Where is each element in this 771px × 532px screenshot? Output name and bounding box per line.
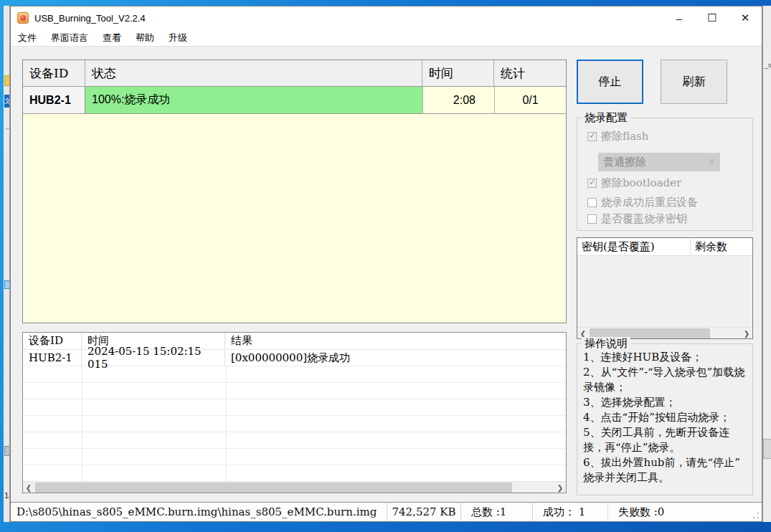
translate-icon: 文 — [4, 95, 10, 108]
status-bar: D:\s805\hinas_s805_eMMC.burn.img\hinas_s… — [11, 502, 762, 521]
background-window-right-sliver: _s — [762, 6, 771, 522]
log-table-empty-area — [23, 366, 566, 481]
column-header-key: 密钥(是否覆盖) — [577, 238, 691, 255]
clipped-panel — [763, 439, 771, 459]
grid-line — [23, 399, 566, 399]
column-header-status: 状态 — [85, 60, 422, 86]
erase-bootloader-label: 擦除bootloader — [601, 176, 681, 190]
image-path: D:\s805\hinas_s805_eMMC.burn.img\hinas_s… — [11, 503, 387, 521]
stats-cell: 0/1 — [494, 87, 566, 113]
menu-file[interactable]: 文件 — [11, 30, 44, 46]
window-title: USB_Burning_Tool_V2.2.4 — [34, 13, 146, 24]
instructions-group: 操作说明 1、连接好HUB及设备； 2、从“文件”-“导入烧录包”加载烧录镜像；… — [577, 343, 753, 495]
grid-line — [226, 366, 227, 481]
device-table-header: 设备ID 状态 时间 统计 — [23, 60, 566, 87]
device-id-cell: HUB2-1 — [23, 87, 85, 113]
overwrite-key-checkbox[interactable]: 是否覆盖烧录密钥 — [587, 212, 687, 226]
window-controls: – ☐ ✕ — [663, 6, 762, 29]
resize-grip[interactable] — [752, 512, 760, 519]
key-table: 密钥(是否覆盖) 剩余数 ❮ ❯ — [577, 237, 753, 339]
menu-help[interactable]: 帮助 — [128, 30, 161, 46]
key-table-header: 密钥(是否覆盖) 剩余数 — [577, 238, 752, 256]
reboot-after-label: 烧录成功后重启设备 — [601, 196, 698, 209]
key-table-body — [577, 256, 752, 327]
erase-flash-checkbox[interactable]: 擦除flash — [587, 130, 648, 143]
failed-count: 失败数 :0 — [608, 503, 762, 521]
result-log-table: 设备ID 时间 结果 HUB2-1 2024-05-15 15:02:15 01… — [22, 332, 567, 493]
grid-line — [23, 465, 566, 465]
erase-flash-label: 擦除flash — [601, 130, 648, 143]
monitor-icon — [4, 280, 10, 289]
device-progress-table: 设备ID 状态 时间 统计 HUB2-1 100%:烧录成功 2:08 0/1 — [22, 60, 567, 323]
log-row[interactable]: HUB2-1 2024-05-15 15:02:15 015 [0x000000… — [23, 350, 566, 366]
scroll-right-icon[interactable]: ❯ — [554, 482, 566, 493]
monitor-icon — [4, 446, 10, 456]
scroll-right-icon[interactable]: ❯ — [741, 328, 752, 339]
divider — [11, 46, 762, 47]
grid-line — [23, 415, 566, 416]
grid-line — [23, 448, 566, 449]
erase-bootloader-checkbox[interactable]: 擦除bootloader — [587, 176, 681, 190]
burn-progress-cell: 100%:烧录成功 — [85, 87, 422, 113]
maximize-button[interactable]: ☐ — [696, 6, 729, 29]
column-header-result: 结果 — [225, 333, 566, 349]
column-header-remaining: 剩余数 — [691, 238, 752, 255]
minimize-button[interactable]: – — [663, 6, 696, 29]
menubar: 文件 界面语言 查看 帮助 升级 — [11, 29, 762, 46]
column-header-stats: 统计 — [494, 60, 566, 86]
checkbox-unchecked-icon — [587, 198, 597, 207]
instruction-line: 6、拔出外置hub前，请先“停止”烧录并关闭工具。 — [583, 455, 748, 485]
usb-burning-tool-window: USB_Burning_Tool_V2.2.4 – ☐ ✕ 文件 界面语言 查看… — [10, 6, 762, 522]
app-icon — [17, 12, 29, 24]
scrollbar-thumb[interactable] — [35, 483, 512, 493]
erase-mode-dropdown[interactable]: 普通擦除 ∨ — [598, 153, 720, 171]
column-header-device-id: 设备ID — [23, 60, 85, 86]
image-size: 742,527 KB — [387, 503, 461, 521]
instruction-line: 2、从“文件”-“导入烧录包”加载烧录镜像； — [583, 365, 748, 395]
success-count: 成功： 1 — [533, 503, 608, 521]
folder-icon — [4, 75, 10, 86]
checkbox-unchecked-icon — [587, 214, 597, 224]
total-count: 总数 :1 — [461, 503, 533, 521]
device-row[interactable]: HUB2-1 100%:烧录成功 2:08 0/1 — [23, 87, 566, 114]
grid-line — [82, 366, 82, 481]
log-table-hscrollbar[interactable]: ❮ ❯ — [23, 481, 566, 493]
scroll-left-icon[interactable]: ❮ — [23, 482, 34, 493]
instruction-line: 4、点击“开始”按钮启动烧录； — [583, 410, 748, 425]
grid-line — [23, 382, 566, 383]
background-page-number: 13 — [4, 490, 10, 500]
burn-config-group: 烧录配置 擦除flash 普通擦除 ∨ 擦除bootloader 烧录成功后重启… — [577, 118, 753, 231]
instruction-line: 1、连接好HUB及设备； — [583, 350, 748, 365]
instructions-text: 1、连接好HUB及设备； 2、从“文件”-“导入烧录包”加载烧录镜像； 3、选择… — [583, 350, 748, 485]
clipped-text: _s — [765, 62, 771, 69]
instruction-line: 3、选择烧录配置； — [583, 395, 748, 410]
overwrite-key-label: 是否覆盖烧录密钥 — [601, 212, 687, 226]
menu-view[interactable]: 查看 — [95, 30, 128, 46]
log-time-cell: 2024-05-15 15:02:15 015 — [82, 350, 225, 366]
instruction-line: 5、关闭工具前，先断开设备连接，再“停止”烧录。 — [583, 425, 748, 455]
burn-config-title: 烧录配置 — [582, 111, 630, 125]
column-header-device-id: 设备ID — [23, 333, 82, 349]
stop-button[interactable]: 停止 — [577, 60, 643, 104]
checkbox-checked-icon — [587, 132, 597, 141]
log-device-id-cell: HUB2-1 — [23, 350, 82, 366]
grid-line — [23, 432, 566, 432]
reboot-after-checkbox[interactable]: 烧录成功后重启设备 — [587, 196, 698, 209]
menu-upgrade[interactable]: 升级 — [161, 30, 194, 46]
back-arrow-icon: ← — [4, 122, 10, 132]
chevron-down-icon: ∨ — [708, 156, 715, 166]
instructions-title: 操作说明 — [582, 337, 630, 351]
elapsed-time-cell: 2:08 — [422, 87, 494, 113]
background-window-left-sliver: 文 ← 13 — [4, 6, 10, 522]
close-button[interactable]: ✕ — [729, 6, 762, 29]
menu-language[interactable]: 界面语言 — [44, 30, 95, 46]
refresh-button[interactable]: 刷新 — [661, 60, 727, 104]
checkbox-checked-icon — [587, 179, 597, 188]
column-header-time: 时间 — [422, 60, 494, 86]
log-result-cell: [0x00000000]烧录成功 — [225, 350, 566, 366]
titlebar[interactable]: USB_Burning_Tool_V2.2.4 – ☐ ✕ — [11, 6, 762, 29]
erase-mode-value: 普通擦除 — [603, 156, 646, 169]
